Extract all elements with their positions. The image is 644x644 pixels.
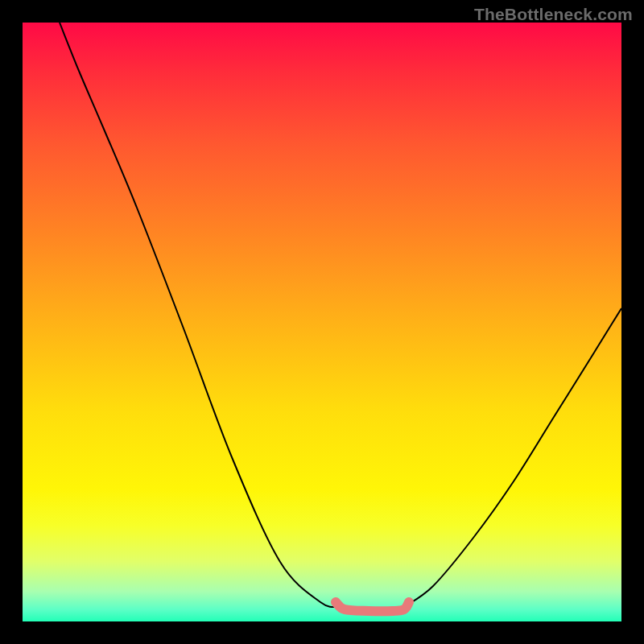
watermark-text: TheBottleneck.com	[474, 5, 633, 24]
plot-area	[23, 23, 621, 621]
bottleneck-curve-left	[60, 23, 340, 607]
chart-container: TheBottleneck.com	[0, 0, 644, 644]
highlight-band	[336, 602, 409, 611]
curve-svg	[23, 23, 621, 621]
bottleneck-curve-right	[404, 308, 621, 607]
